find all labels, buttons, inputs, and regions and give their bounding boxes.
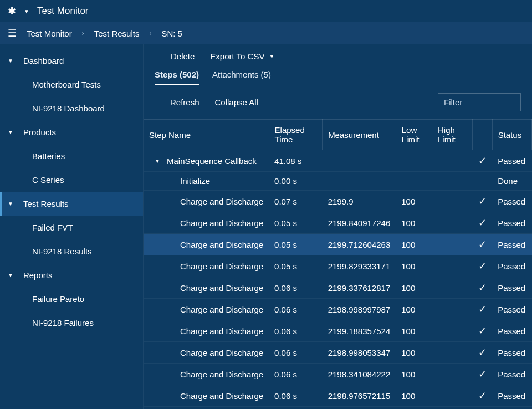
- status-cell: Passed: [492, 234, 531, 255]
- status-check-icon: ✓: [473, 364, 493, 385]
- col-status-icon[interactable]: [473, 120, 493, 150]
- chevron-right-icon: ›: [149, 29, 151, 37]
- collapse-all-button[interactable]: Collapse All: [215, 98, 258, 107]
- status-check-icon: ✓: [473, 234, 493, 255]
- measurement-cell: 2199.377229124: [323, 407, 396, 410]
- sidebar-group[interactable]: ▼Products: [0, 120, 143, 144]
- measurement-cell: [323, 150, 396, 172]
- elapsed-cell: 0.05 s: [269, 212, 323, 234]
- table-row[interactable]: Charge and Discharge0.07 s2199.9100✓Pass…: [144, 191, 532, 212]
- elapsed-cell: 0.05 s: [269, 255, 323, 277]
- status-check-icon: [473, 172, 493, 191]
- chevron-down-icon: ▼: [8, 129, 13, 135]
- table-row[interactable]: Charge and Discharge0.06 s2198.341084222…: [144, 364, 532, 385]
- low-limit-cell: 100: [396, 234, 432, 255]
- col-status[interactable]: Status: [492, 120, 531, 150]
- table-row[interactable]: Charge and Discharge0.05 s2199.829333171…: [144, 255, 532, 277]
- sidebar-item[interactable]: Motherboard Tests: [0, 73, 143, 96]
- measurement-cell: 2198.998997987: [323, 299, 396, 320]
- sidebar-group-label: Dashboard: [23, 56, 64, 65]
- table-row[interactable]: Charge and Discharge0.06 s2198.976572115…: [144, 385, 532, 407]
- step-name: Charge and Discharge: [180, 283, 263, 293]
- high-limit-cell: [432, 364, 472, 385]
- high-limit-cell: [432, 385, 472, 407]
- breadcrumb-item[interactable]: Test Monitor: [27, 29, 72, 38]
- high-limit-cell: [432, 299, 472, 320]
- tab-attachments[interactable]: Attachments (5): [212, 65, 271, 85]
- filter-input[interactable]: [438, 93, 521, 111]
- measurement-cell: 2199.9: [323, 191, 396, 212]
- hamburger-icon[interactable]: ☰: [8, 27, 17, 39]
- sidebar-group[interactable]: ▼Reports: [0, 263, 143, 287]
- table-row[interactable]: Charge and Discharge0.07 s2199.377229124…: [144, 407, 532, 410]
- toolbar-divider: [155, 51, 155, 61]
- measurement-cell: 2199.188357524: [323, 320, 396, 342]
- status-cell: Passed: [492, 150, 531, 172]
- elapsed-cell: 0.06 s: [269, 364, 323, 385]
- sidebar-item[interactable]: NI-9218 Results: [0, 239, 143, 263]
- status-cell: Passed: [492, 299, 531, 320]
- elapsed-cell: 0.06 s: [269, 342, 323, 364]
- low-limit-cell: 100: [396, 299, 432, 320]
- status-cell: Passed: [492, 385, 531, 407]
- low-limit-cell: 100: [396, 385, 432, 407]
- chevron-down-icon: ▼: [8, 58, 13, 64]
- sidebar-item[interactable]: Failure Pareto: [0, 287, 143, 311]
- status-cell: Passed: [492, 342, 531, 364]
- sidebar-item[interactable]: NI-9218 Dashboard: [0, 96, 143, 120]
- steps-table: Step Name Elapsed Time Measurement Low L…: [144, 119, 532, 409]
- delete-button[interactable]: Delete: [171, 52, 195, 61]
- sidebar-item[interactable]: NI-9218 Failures: [0, 311, 143, 335]
- table-row[interactable]: Charge and Discharge0.06 s2198.998997987…: [144, 299, 532, 320]
- status-check-icon: ✓: [473, 212, 493, 234]
- step-name: Charge and Discharge: [180, 305, 263, 314]
- col-low-limit[interactable]: Low Limit: [396, 120, 432, 150]
- table-row[interactable]: Initialize0.00 sDone: [144, 172, 532, 191]
- elapsed-cell: 0.07 s: [269, 407, 323, 410]
- col-elapsed[interactable]: Elapsed Time: [269, 120, 323, 150]
- breadcrumb-item[interactable]: SN: 5: [161, 29, 182, 38]
- app-title: Test Monitor: [37, 6, 89, 17]
- low-limit-cell: [396, 150, 432, 172]
- breadcrumb-bar: ☰ Test Monitor›Test Results›SN: 5: [0, 22, 532, 44]
- tab-steps[interactable]: Steps (502): [155, 65, 199, 85]
- app-dropdown-icon[interactable]: ▼: [24, 8, 29, 14]
- sidebar-group[interactable]: ▼Test Results: [0, 192, 143, 216]
- sub-toolbar: Refresh Collapse All: [144, 85, 532, 119]
- status-cell: Done: [492, 172, 531, 191]
- status-check-icon: ✓: [473, 342, 493, 364]
- table-row[interactable]: Charge and Discharge0.06 s2199.337612817…: [144, 277, 532, 299]
- table-row[interactable]: Charge and Discharge0.05 s2199.840917246…: [144, 212, 532, 234]
- sidebar-item[interactable]: Batteries: [0, 144, 143, 168]
- step-name: Charge and Discharge: [180, 197, 263, 206]
- refresh-button[interactable]: Refresh: [170, 98, 200, 107]
- sidebar: ▼DashboardMotherboard TestsNI-9218 Dashb…: [0, 44, 143, 409]
- export-csv-label: Export To CSV: [210, 52, 264, 61]
- table-row[interactable]: Charge and Discharge0.06 s2199.188357524…: [144, 320, 532, 342]
- col-measurement[interactable]: Measurement: [323, 120, 396, 150]
- export-csv-button[interactable]: Export To CSV ▼: [210, 52, 274, 61]
- status-check-icon: ✓: [473, 277, 493, 299]
- col-high-limit[interactable]: High Limit: [432, 120, 472, 150]
- status-check-icon: ✓: [473, 150, 493, 172]
- sidebar-group[interactable]: ▼Dashboard: [0, 49, 143, 73]
- app-icon: ✱: [8, 5, 16, 17]
- main-toolbar: Delete Export To CSV ▼: [144, 44, 532, 63]
- table-row[interactable]: ▼MainSequence Callback41.08 s✓Passed: [144, 150, 532, 172]
- status-check-icon: ✓: [473, 320, 493, 342]
- status-check-icon: ✓: [473, 299, 493, 320]
- breadcrumb-item[interactable]: Test Results: [94, 29, 140, 38]
- chevron-down-icon[interactable]: ▼: [155, 158, 161, 164]
- low-limit-cell: [396, 172, 432, 191]
- elapsed-cell: 0.07 s: [269, 191, 323, 212]
- table-row[interactable]: Charge and Discharge0.05 s2199.712604263…: [144, 234, 532, 255]
- col-step-name[interactable]: Step Name: [144, 120, 269, 150]
- status-cell: Passed: [492, 407, 531, 410]
- sidebar-item[interactable]: Failed FVT: [0, 216, 143, 239]
- elapsed-cell: 41.08 s: [269, 150, 323, 172]
- table-row[interactable]: Charge and Discharge0.06 s2198.998053347…: [144, 342, 532, 364]
- low-limit-cell: 100: [396, 342, 432, 364]
- elapsed-cell: 0.06 s: [269, 320, 323, 342]
- status-cell: Passed: [492, 320, 531, 342]
- sidebar-item[interactable]: C Series: [0, 168, 143, 192]
